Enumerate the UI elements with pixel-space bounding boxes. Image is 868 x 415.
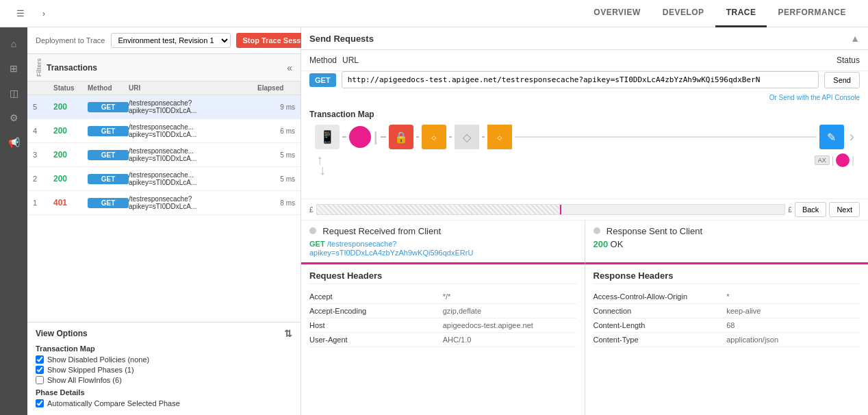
uri-cell: /testresponsecache? apikey=sTI0DDxLcA... <box>129 99 257 114</box>
status-col-label: Status <box>837 55 860 65</box>
table-row[interactable]: 4 200 GET /testresponsecache... apikey=s… <box>27 119 301 143</box>
phase-request-label: Request Received from Client <box>322 226 441 236</box>
settings-icon[interactable]: ⚙ <box>3 107 25 129</box>
phase-dot-left <box>309 227 316 234</box>
yellow-diamond-icon[interactable]: ⬦ <box>487 125 512 149</box>
main-layout: ⌂ ⊞ ◫ ⚙ 📢 Deployment to Trace Environmen… <box>0 27 868 415</box>
elapsed: 6 ms <box>257 127 295 135</box>
headers-section: Request Headers Accept */* Accept-Encodi… <box>301 265 868 415</box>
nav-performance[interactable]: PERFORMANCE <box>767 0 857 27</box>
header-row: Access-Control-Allow-Origin * <box>593 290 860 304</box>
deploy-label: Deployment to Trace <box>36 36 105 45</box>
phase-response-status-text: OK <box>611 239 624 249</box>
method-badge[interactable]: GET <box>88 102 129 112</box>
flow-infos-checkbox[interactable] <box>36 376 44 384</box>
view-options-header: View Options ⇅ <box>36 328 292 339</box>
pipe-icon-2: | <box>852 155 854 166</box>
send-requests-title: Send Requests <box>309 34 374 44</box>
url-row: GET Send <box>301 71 868 94</box>
phase-response-status: 200 <box>593 239 609 249</box>
header-row: User-Agent AHC/1.0 <box>309 333 576 347</box>
chevron-right-icon[interactable]: › <box>34 4 53 23</box>
phase-request-col: Request Received from Client GET /testre… <box>301 221 585 264</box>
back-button[interactable]: Back <box>795 202 826 217</box>
disabled-policies-label: Show Disabled Policies (none) <box>47 355 149 364</box>
method-col-header: Method <box>88 84 129 92</box>
elapsed: 9 ms <box>257 103 295 111</box>
uri-cell: /testresponsecache? apikey=sTI0DDxLcA... <box>129 195 257 210</box>
timeline-end-label: £ <box>788 206 792 214</box>
disabled-policies-checkbox[interactable] <box>36 355 44 364</box>
pencil-policy-icon[interactable]: ✎ <box>819 125 844 149</box>
transactions-panel: Deployment to Trace Environment test, Re… <box>27 27 301 415</box>
filters-label: Filters <box>36 58 42 77</box>
phase-dot-right <box>593 227 600 234</box>
row-num: 5 <box>33 103 53 111</box>
deploy-select[interactable]: Environment test, Revision 1 <box>111 33 231 48</box>
response-headers-col: Response Headers Access-Control-Allow-Or… <box>585 265 869 415</box>
home-icon[interactable]: ⌂ <box>3 33 25 55</box>
collapse-view-options-button[interactable]: ⇅ <box>284 328 292 339</box>
elapsed: 5 ms <box>257 175 295 183</box>
method-badge[interactable]: GET <box>88 198 129 208</box>
phase-request-url2: apikey=sTI0DDxLcA4zbYzAh9wKQi596qdxERrU <box>309 249 576 257</box>
status-badge: 401 <box>53 198 88 208</box>
elapsed: 5 ms <box>257 151 295 159</box>
map-line-1 <box>342 136 346 138</box>
auto-compare-checkbox[interactable] <box>36 399 44 407</box>
api-console-anchor[interactable]: Send with the API Console <box>779 94 860 101</box>
collapse-transactions-button[interactable]: « <box>287 62 292 73</box>
flow-infos-label: Show All FlowInfos (6) <box>47 376 122 384</box>
response-headers-title: Response Headers <box>593 271 860 284</box>
map-line-stretch <box>515 136 817 138</box>
grey-diamond-icon[interactable]: ◇ <box>455 125 479 149</box>
phone-icon: 📱 <box>315 125 340 149</box>
send-button[interactable]: Send <box>824 72 860 88</box>
megaphone-icon[interactable]: 📢 <box>3 131 25 153</box>
grid-icon[interactable]: ⊞ <box>3 58 25 79</box>
nav-develop[interactable]: DEVELOP <box>652 0 715 27</box>
routing-policy-icon[interactable]: ⬦ <box>422 125 446 149</box>
status-badge: 200 <box>53 102 88 112</box>
option-flow-infos: Show All FlowInfos (6) <box>36 376 292 384</box>
phase-response-col: Response Sent to Client 200 OK <box>585 221 869 264</box>
option-auto-compare: Automatically Compare Selected Phase <box>36 399 292 407</box>
get-method-badge: GET <box>309 73 336 87</box>
table-row[interactable]: 1 401 GET /testresponsecache? apikey=sTI… <box>27 191 301 215</box>
nav-trace[interactable]: TRACE <box>715 0 767 27</box>
table-row[interactable]: 2 200 GET /testresponsecache... apikey=s… <box>27 167 301 191</box>
header-row: Connection keep-alive <box>593 304 860 318</box>
method-badge[interactable]: GET <box>88 174 129 184</box>
view-options-title: View Options <box>36 329 88 338</box>
pipe-icon: | <box>832 155 834 166</box>
nav-overview[interactable]: OVERVIEW <box>583 0 651 27</box>
header-row: Accept-Encoding gzip,deflate <box>309 304 576 318</box>
menu-icon[interactable]: ☰ <box>11 4 30 23</box>
table-row[interactable]: 3 200 GET /testresponsecache... apikey=s… <box>27 143 301 167</box>
uri-cell: /testresponsecache... apikey=sTI0DDxLcA.… <box>129 147 257 162</box>
skipped-phases-checkbox[interactable] <box>36 366 44 374</box>
option-skipped-phases: Show Skipped Phases (1) <box>36 366 292 374</box>
status-badge: 200 <box>53 150 88 160</box>
layers-icon[interactable]: ◫ <box>3 82 25 104</box>
row-num: 2 <box>33 175 53 183</box>
header-row: Content-Length 68 <box>593 318 860 333</box>
transaction-map-option-title: Transaction Map <box>36 344 292 353</box>
status-badge: 200 <box>53 126 88 136</box>
row-num: 3 <box>33 151 53 159</box>
method-badge[interactable]: GET <box>88 150 129 160</box>
pink-dot-small-icon <box>836 153 850 167</box>
skipped-phases-label: Show Skipped Phases (1) <box>47 366 134 374</box>
scroll-top-button[interactable]: ▲ <box>850 33 860 44</box>
next-button[interactable]: Next <box>829 202 860 217</box>
method-badge[interactable]: GET <box>88 126 129 136</box>
status-badge: 200 <box>53 174 88 184</box>
map-top-row: 📱 | 🔒 ⬦ <box>309 125 860 149</box>
transaction-map-section: Transaction Map 📱 | 🔒 <box>301 104 868 199</box>
table-row[interactable]: 5 200 GET /testresponsecache? apikey=sTI… <box>27 95 301 119</box>
lock-policy-icon[interactable]: 🔒 <box>389 125 413 149</box>
url-input[interactable] <box>342 71 819 88</box>
transaction-map-title: Transaction Map <box>309 110 860 119</box>
auto-compare-label: Automatically Compare Selected Phase <box>47 399 180 407</box>
header-row: Accept */* <box>309 290 576 304</box>
